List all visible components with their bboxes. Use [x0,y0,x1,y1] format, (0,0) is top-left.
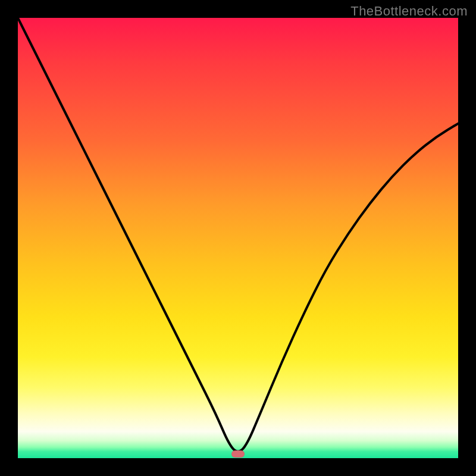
minimum-marker [231,450,245,458]
curve-svg [18,18,458,458]
plot-area [18,18,458,458]
chart-frame: TheBottleneck.com [0,0,476,476]
watermark-text: TheBottleneck.com [350,4,468,19]
bottleneck-curve-path [18,18,458,452]
